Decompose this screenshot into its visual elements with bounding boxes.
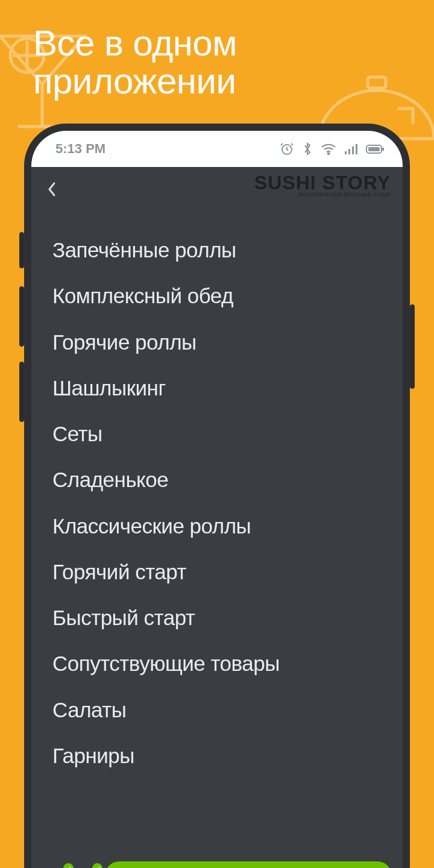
svg-rect-15 bbox=[382, 148, 384, 151]
svg-rect-11 bbox=[348, 149, 350, 154]
category-item[interactable]: Сеты bbox=[52, 411, 382, 457]
phone-side-button bbox=[410, 304, 415, 389]
svg-rect-12 bbox=[352, 146, 354, 154]
svg-rect-13 bbox=[356, 144, 357, 154]
svg-rect-10 bbox=[345, 151, 347, 154]
category-item[interactable]: Сопутствующие товары bbox=[52, 641, 382, 687]
phone-side-button bbox=[19, 286, 24, 347]
category-item[interactable]: Гарниры bbox=[52, 733, 382, 779]
alarm-icon bbox=[280, 142, 294, 156]
brand-block: SUSHI STORY ИСТОРИЧЕСКИ ВКУСНЫЕ СУШИ bbox=[254, 172, 391, 198]
phone-side-button bbox=[19, 362, 24, 422]
gift-progress-button[interactable]: Сумма до подарка: 800 ₽ bbox=[105, 861, 392, 868]
brand-name: SUSHI STORY bbox=[254, 172, 391, 194]
category-item[interactable]: Комплексный обед bbox=[52, 273, 382, 319]
check-badge-icon bbox=[63, 863, 74, 868]
category-item[interactable]: Быстрый старт bbox=[52, 595, 382, 641]
promo-headline: Все в одном приложении bbox=[33, 24, 434, 100]
chevron-left-icon bbox=[47, 181, 57, 197]
cutlery-button[interactable] bbox=[47, 863, 72, 868]
phone-screen: 5:13 PM SUSHI STORY ИСТОРИЧЕСКИ ВКУСНЫЕ … bbox=[31, 131, 403, 868]
battery-icon bbox=[365, 142, 385, 156]
svg-rect-16 bbox=[368, 147, 380, 151]
wifi-icon bbox=[321, 142, 336, 156]
app-header: SUSHI STORY ИСТОРИЧЕСКИ ВКУСНЫЕ СУШИ bbox=[31, 167, 403, 215]
category-item[interactable]: Запечённые роллы bbox=[52, 227, 382, 273]
signal-icon bbox=[344, 142, 358, 156]
delivery-button[interactable] bbox=[76, 863, 101, 868]
phone-side-button bbox=[19, 232, 24, 268]
status-bar: 5:13 PM bbox=[31, 131, 403, 167]
status-icons bbox=[280, 142, 385, 156]
status-time: 5:13 PM bbox=[55, 141, 105, 157]
category-item[interactable]: Классические роллы bbox=[52, 503, 382, 549]
svg-point-9 bbox=[328, 153, 330, 155]
bluetooth-icon bbox=[301, 142, 313, 156]
back-button[interactable] bbox=[43, 178, 60, 205]
bottom-bar: Сумма до подарка: 800 ₽ bbox=[39, 859, 395, 868]
phone-frame: 5:13 PM SUSHI STORY ИСТОРИЧЕСКИ ВКУСНЫЕ … bbox=[24, 124, 410, 868]
check-badge-icon bbox=[92, 863, 102, 868]
category-item[interactable]: Салаты bbox=[52, 687, 382, 733]
category-item[interactable]: Сладенькое bbox=[52, 457, 382, 503]
category-item[interactable]: Шашлыкинг bbox=[52, 365, 382, 411]
category-item[interactable]: Горячие роллы bbox=[52, 319, 382, 365]
category-item[interactable]: Горячий старт bbox=[52, 549, 382, 595]
category-list[interactable]: Запечённые роллы Комплексный обед Горячи… bbox=[31, 215, 403, 868]
